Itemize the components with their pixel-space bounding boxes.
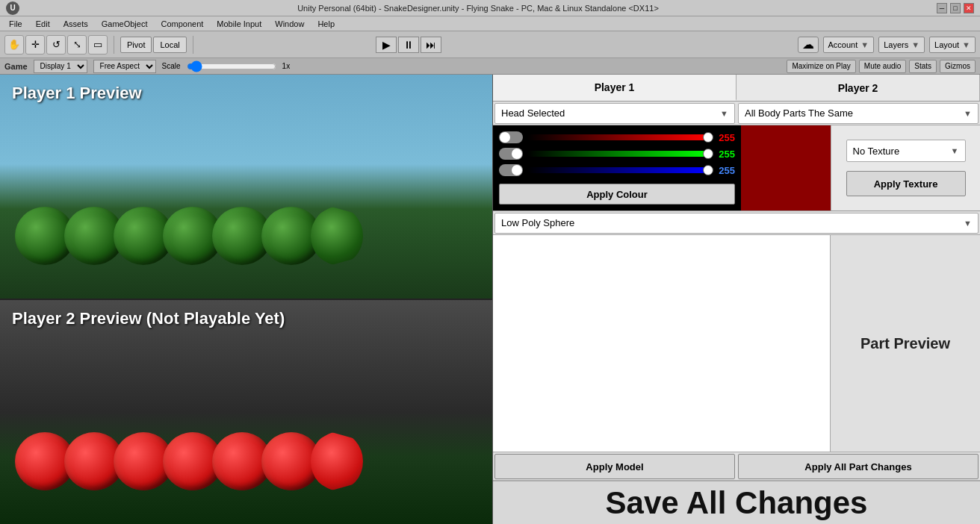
player2-canvas: Player 2 Preview (Not Playable Yet) — [0, 300, 492, 524]
pivot-group: Pivot Local — [120, 37, 187, 53]
blue-toggle[interactable] — [499, 164, 523, 176]
main-content: Player 1 Preview Player 2 Preview (Not P… — [0, 75, 980, 524]
menu-mobileinput[interactable]: Mobile Input — [211, 18, 267, 30]
part-preview-label: Part Preview — [860, 335, 950, 352]
player1-preview-section: Player 1 Preview — [0, 75, 492, 300]
menu-edit[interactable]: Edit — [30, 18, 56, 30]
player1-background — [0, 75, 492, 299]
aspect-select[interactable]: Free Aspect — [93, 60, 156, 73]
apply-model-button[interactable]: Apply Model — [494, 454, 735, 479]
menu-bar: File Edit Assets GameObject Component Mo… — [0, 16, 980, 31]
maximize-on-play-button[interactable]: Maximize on Play — [787, 60, 855, 73]
menu-file[interactable]: File — [3, 18, 28, 30]
body-parts-dropdown[interactable]: All Body Parts The Same ▼ — [738, 103, 979, 124]
red-slider-track — [527, 134, 708, 140]
model-row: Low Poly Sphere ▼ — [493, 211, 980, 235]
hand-tool-button[interactable]: ✋ — [4, 35, 24, 54]
playback-controls: ▶ ⏸ ⏭ — [376, 37, 441, 53]
green-slider-track — [527, 151, 708, 157]
close-button[interactable]: ✕ — [964, 3, 974, 13]
pause-button[interactable]: ⏸ — [398, 37, 419, 53]
color-preview-box — [741, 125, 831, 210]
head-selected-label: Head Selected — [501, 107, 565, 119]
menu-help[interactable]: Help — [311, 18, 341, 30]
red-toggle[interactable] — [499, 131, 523, 143]
preview-area: Part Preview — [493, 235, 980, 452]
scale-tool-button[interactable]: ⤡ — [67, 35, 87, 54]
dropdowns-row: Head Selected ▼ All Body Parts The Same … — [493, 102, 980, 125]
green-toggle[interactable] — [499, 148, 523, 160]
play-button[interactable]: ▶ — [376, 37, 397, 53]
game-bar-right: Maximize on Play Mute audio Stats Gizmos — [787, 60, 976, 73]
player1-canvas: Player 1 Preview — [0, 75, 492, 299]
minimize-button[interactable]: ─ — [937, 3, 947, 13]
apply-texture-button[interactable]: Apply Texture — [846, 171, 966, 196]
separator-2 — [193, 36, 193, 54]
player2-preview-section: Player 2 Preview (Not Playable Yet) — [0, 300, 492, 524]
menu-window[interactable]: Window — [269, 18, 310, 30]
local-button[interactable]: Local — [153, 37, 186, 53]
part-preview-box: Part Preview — [831, 235, 980, 452]
pivot-button[interactable]: Pivot — [120, 37, 152, 53]
account-chevron: ▼ — [860, 40, 869, 49]
snake-head-green — [311, 207, 363, 265]
player-tabs: Player 1 Player 2 — [493, 75, 980, 102]
blue-value: 255 — [713, 165, 735, 176]
display-select[interactable]: Display 1 — [34, 60, 87, 73]
cloud-button[interactable]: ☁ — [798, 37, 819, 53]
player2-tab[interactable]: Player 2 — [736, 75, 980, 101]
maximize-button[interactable]: □ — [950, 3, 961, 13]
apply-colour-button[interactable]: Apply Colour — [499, 184, 735, 205]
title-bar: U Unity Personal (64bit) - SnakeDesigner… — [0, 0, 980, 16]
move-tool-button[interactable]: ✛ — [25, 35, 45, 54]
layers-chevron: ▼ — [911, 40, 919, 49]
transform-tools: ✋ ✛ ↺ ⤡ ▭ — [4, 35, 108, 54]
green-slider-thumb[interactable] — [703, 149, 713, 159]
green-color-row: 255 — [499, 148, 735, 160]
body-parts-label: All Body Parts The Same — [745, 107, 853, 119]
player1-tab[interactable]: Player 1 — [493, 75, 736, 101]
player1-snake — [15, 207, 353, 265]
player2-preview-label: Player 2 Preview (Not Playable Yet) — [12, 309, 285, 328]
body-dropdown-chevron: ▼ — [964, 109, 972, 118]
blue-toggle-knob — [512, 165, 522, 175]
player1-preview-label: Player 1 Preview — [12, 84, 142, 103]
blue-color-row: 255 — [499, 164, 735, 176]
red-toggle-knob — [500, 132, 510, 143]
bottom-buttons: Apply Model Apply All Part Changes — [493, 452, 980, 481]
model-label: Low Poly Sphere — [501, 217, 574, 228]
scale-value: 1x — [282, 62, 291, 70]
menu-assets[interactable]: Assets — [58, 18, 94, 30]
blue-slider-thumb[interactable] — [703, 165, 713, 175]
player2-background — [0, 300, 492, 524]
menu-gameobject[interactable]: GameObject — [96, 18, 154, 30]
scale-label: Scale — [162, 62, 181, 70]
apply-all-button[interactable]: Apply All Part Changes — [738, 454, 979, 479]
blue-slider-track — [527, 167, 708, 173]
scale-slider[interactable] — [187, 60, 276, 72]
gizmos-button[interactable]: Gizmos — [940, 60, 976, 73]
texture-chevron: ▼ — [951, 146, 959, 155]
head-selected-dropdown[interactable]: Head Selected ▼ — [494, 103, 735, 124]
stats-button[interactable]: Stats — [909, 60, 937, 73]
rotate-tool-button[interactable]: ↺ — [46, 35, 66, 54]
menu-component[interactable]: Component — [155, 18, 209, 30]
model-chevron: ▼ — [964, 219, 972, 228]
mute-audio-button[interactable]: Mute audio — [859, 60, 906, 73]
unity-logo: U — [6, 1, 19, 15]
color-panel: 255 255 — [493, 125, 980, 211]
model-dropdown[interactable]: Low Poly Sphere ▼ — [494, 213, 979, 234]
window-title: Unity Personal (64bit) - SnakeDesigner.u… — [19, 4, 937, 13]
save-all-changes-button[interactable]: Save All Changes — [493, 481, 980, 524]
rect-tool-button[interactable]: ▭ — [88, 35, 108, 54]
red-slider-thumb[interactable] — [703, 132, 713, 143]
game-tab-label: Game — [4, 62, 28, 71]
layout-dropdown[interactable]: Layout ▼ — [929, 37, 976, 53]
step-button[interactable]: ⏭ — [421, 37, 441, 53]
head-dropdown-chevron: ▼ — [720, 109, 728, 118]
texture-dropdown[interactable]: No Texture ▼ — [846, 140, 966, 162]
separator-1 — [114, 36, 114, 54]
right-panel: Player 1 Player 2 Head Selected ▼ All Bo… — [493, 75, 980, 524]
account-dropdown[interactable]: Account ▼ — [823, 37, 875, 53]
layers-dropdown[interactable]: Layers ▼ — [878, 37, 925, 53]
